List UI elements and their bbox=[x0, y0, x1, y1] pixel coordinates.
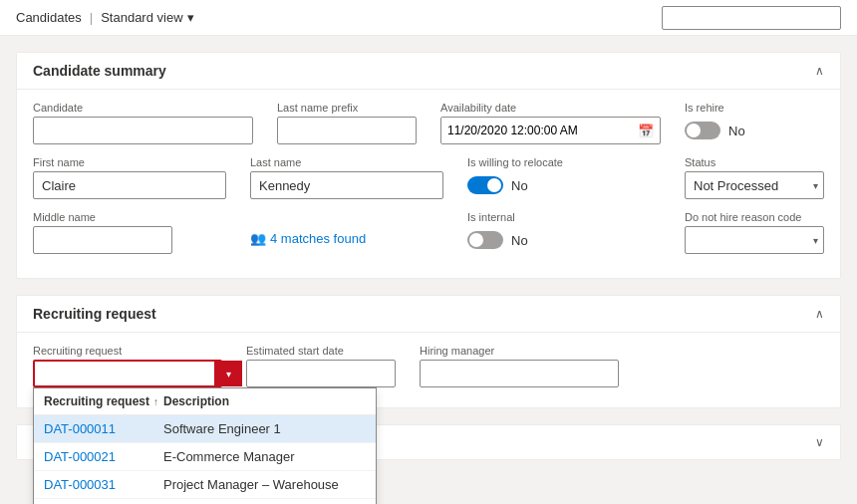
page-title: Candidates bbox=[16, 10, 82, 25]
candidate-label: Candidate bbox=[33, 102, 253, 114]
dropdown-list-header: Recruiting request ↑ Description bbox=[34, 388, 376, 415]
dropdown-open-button[interactable]: ▾ bbox=[214, 361, 242, 386]
matches-link[interactable]: 👥 4 matches found bbox=[250, 231, 443, 246]
status-select[interactable]: Not Processed Available Hired bbox=[685, 171, 824, 199]
list-item-desc: Project Manager – Warehouse bbox=[163, 477, 366, 492]
est-start-label: Estimated start date bbox=[246, 345, 396, 357]
form-row-1: Candidate Last name prefix Availability … bbox=[33, 102, 824, 144]
list-item[interactable]: DAT-000041 E-Commerce Manager bbox=[34, 499, 376, 504]
col-header-desc: Description bbox=[163, 394, 366, 408]
dropdown-input-wrap: ▾ bbox=[33, 360, 222, 387]
last-name-label: Last name bbox=[250, 156, 443, 168]
list-item[interactable]: DAT-000021 E-Commerce Manager bbox=[34, 443, 376, 471]
hiring-row-labels: Recruiting request ▾ bbox=[33, 345, 824, 387]
last-name-group: Last name bbox=[250, 156, 443, 199]
last-name-prefix-input[interactable] bbox=[277, 117, 417, 144]
view-chevron-icon: ▾ bbox=[187, 10, 194, 25]
form-row-3: Middle name 👥 4 matches found Is interna… bbox=[33, 211, 824, 254]
is-willing-label: Is willing to relocate bbox=[467, 156, 661, 168]
availability-date-group: Availability date 📅 bbox=[440, 102, 661, 144]
status-label: Status bbox=[685, 156, 824, 168]
is-internal-group: Is internal No bbox=[467, 211, 661, 254]
matches-text: 4 matches found bbox=[270, 231, 366, 246]
est-start-field: Estimated start date bbox=[246, 345, 396, 387]
recruiting-request-input[interactable] bbox=[35, 362, 214, 385]
hiring-manager-field: Hiring manager bbox=[420, 345, 619, 387]
candidate-summary-body: Candidate Last name prefix Availability … bbox=[17, 90, 840, 278]
first-name-label: First name bbox=[33, 156, 226, 168]
candidate-input[interactable] bbox=[33, 117, 253, 144]
recruiting-request-title: Recruiting request bbox=[33, 306, 156, 322]
list-item[interactable]: DAT-000031 Project Manager – Warehouse bbox=[34, 471, 376, 499]
dropdown-chevron-icon: ▾ bbox=[226, 369, 231, 379]
is-internal-label: Is internal bbox=[467, 211, 661, 223]
recruiting-request-collapse-icon[interactable]: ∧ bbox=[815, 307, 824, 321]
list-item-req: DAT-000011 bbox=[44, 421, 163, 436]
dropdown-list: Recruiting request ↑ Description DAT-000… bbox=[33, 387, 377, 504]
req-field: Recruiting request ▾ bbox=[33, 345, 222, 387]
second-section-collapse-icon[interactable]: ∨ bbox=[815, 435, 824, 449]
do-not-hire-group: Do not hire reason code ▾ bbox=[685, 211, 824, 254]
first-name-group: First name bbox=[33, 156, 226, 199]
is-rehire-toggle-row: No bbox=[685, 117, 824, 144]
candidate-summary-collapse-icon[interactable]: ∧ bbox=[815, 64, 824, 78]
availability-date-input[interactable] bbox=[441, 118, 632, 143]
list-item-desc: Software Engineer 1 bbox=[163, 421, 366, 436]
candidate-summary-header: Candidate summary ∧ bbox=[17, 53, 840, 90]
sort-asc-icon[interactable]: ↑ bbox=[153, 396, 158, 407]
is-rehire-group: Is rehire No bbox=[685, 102, 824, 144]
search-input[interactable] bbox=[662, 6, 841, 30]
middle-name-label: Middle name bbox=[33, 211, 226, 223]
status-select-wrap: Not Processed Available Hired ▾ bbox=[685, 171, 824, 199]
divider: | bbox=[90, 10, 93, 25]
hiring-manager-label: Hiring manager bbox=[420, 345, 619, 357]
list-item-req: DAT-000031 bbox=[44, 477, 163, 492]
do-not-hire-label: Do not hire reason code bbox=[685, 211, 824, 223]
middle-name-input[interactable] bbox=[33, 226, 172, 254]
recruiting-request-header: Recruiting request ∧ bbox=[17, 296, 840, 333]
middle-name-group: Middle name bbox=[33, 211, 226, 254]
view-label: Standard view bbox=[101, 10, 182, 25]
recruiting-request-section: Recruiting request ∧ Recruiting request … bbox=[16, 295, 841, 408]
last-name-prefix-group: Last name prefix bbox=[277, 102, 417, 144]
availability-date-label: Availability date bbox=[440, 102, 661, 114]
list-item-req: DAT-000021 bbox=[44, 449, 163, 464]
is-willing-group: Is willing to relocate No bbox=[467, 156, 661, 199]
candidate-group: Candidate bbox=[33, 102, 253, 144]
dropdown-list-items: DAT-000011 Software Engineer 1 DAT-00002… bbox=[34, 415, 376, 504]
is-rehire-toggle[interactable] bbox=[685, 122, 720, 139]
is-willing-toggle[interactable] bbox=[467, 176, 503, 194]
availability-date-input-wrap: 📅 bbox=[440, 117, 661, 144]
status-group: Status Not Processed Available Hired ▾ bbox=[685, 156, 824, 199]
calendar-icon[interactable]: 📅 bbox=[632, 124, 660, 138]
candidate-summary-section: Candidate summary ∧ Candidate Last name … bbox=[16, 52, 841, 279]
last-name-input[interactable] bbox=[250, 171, 443, 199]
do-not-hire-select[interactable] bbox=[685, 226, 824, 254]
col-header-req: Recruiting request ↑ bbox=[44, 394, 163, 408]
is-willing-toggle-row: No bbox=[467, 171, 661, 199]
view-selector[interactable]: Standard view ▾ bbox=[101, 10, 193, 25]
is-willing-value: No bbox=[511, 178, 528, 193]
est-start-input[interactable] bbox=[246, 360, 396, 387]
req-field-label: Recruiting request bbox=[33, 345, 222, 357]
is-rehire-label: Is rehire bbox=[685, 102, 824, 114]
recruiting-request-body: Recruiting request ▾ bbox=[17, 333, 840, 407]
list-item[interactable]: DAT-000011 Software Engineer 1 bbox=[34, 415, 376, 443]
is-internal-value: No bbox=[511, 233, 528, 248]
people-icon: 👥 bbox=[250, 231, 266, 246]
hiring-manager-input[interactable] bbox=[420, 360, 619, 387]
is-internal-toggle[interactable] bbox=[467, 231, 503, 249]
list-item-desc: E-Commerce Manager bbox=[163, 449, 366, 464]
form-row-2: First name Last name Is willing to reloc… bbox=[33, 156, 824, 199]
is-rehire-value: No bbox=[728, 124, 745, 138]
last-name-prefix-label: Last name prefix bbox=[277, 102, 417, 114]
candidate-summary-title: Candidate summary bbox=[33, 63, 166, 79]
matches-group: 👥 4 matches found bbox=[250, 211, 443, 246]
recruiting-request-dropdown-container: ▾ Recruiting request ↑ Description bbox=[33, 360, 222, 387]
main-content: Candidate summary ∧ Candidate Last name … bbox=[0, 36, 857, 504]
is-internal-toggle-row: No bbox=[467, 226, 661, 254]
first-name-input[interactable] bbox=[33, 171, 226, 199]
do-not-hire-select-wrap: ▾ bbox=[685, 226, 824, 254]
top-bar: Candidates | Standard view ▾ bbox=[0, 0, 857, 36]
